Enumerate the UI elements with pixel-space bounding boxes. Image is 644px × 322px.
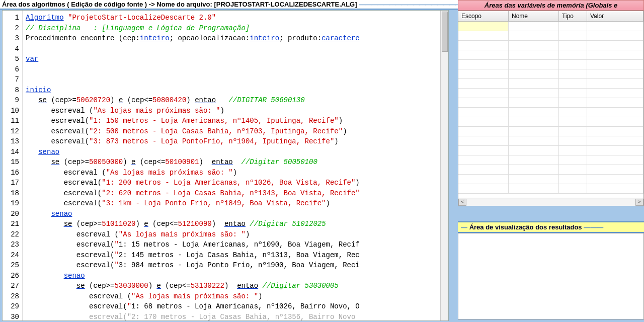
table-row[interactable]: [458, 31, 643, 41]
table-row[interactable]: [458, 165, 643, 175]
col-nome[interactable]: Nome: [509, 11, 559, 21]
table-row[interactable]: [458, 79, 643, 89]
table-row[interactable]: [458, 175, 643, 184]
table-row[interactable]: [458, 155, 643, 165]
table-row[interactable]: [458, 22, 643, 31]
results-panel: — Área de visualização dos resultados ——…: [458, 221, 644, 321]
table-row[interactable]: [458, 146, 643, 155]
table-row[interactable]: [458, 117, 643, 127]
variables-table[interactable]: Escopo Nome Tipo Valor < >: [458, 11, 644, 206]
results-title-text: Área de visualização dos resultados: [469, 223, 582, 231]
table-row[interactable]: [458, 41, 643, 50]
line-number-gutter: 1234567891011121314151617181920212223242…: [3, 11, 23, 320]
variables-header-row: Escopo Nome Tipo Valor: [458, 11, 643, 22]
header-bracket: ]: [355, 1, 357, 8]
vertical-scrollbar[interactable]: [440, 11, 448, 320]
results-title: — Área de visualização dos resultados ——…: [458, 221, 644, 233]
variables-panel: Áreas das variáveis de memória (Globais …: [458, 0, 644, 211]
header-label: Área dos algoritmos ( Edição de código f…: [2, 1, 216, 8]
col-tipo[interactable]: Tipo: [559, 11, 587, 21]
variables-title: Áreas das variáveis de memória (Globais …: [458, 0, 644, 11]
scroll-track[interactable]: [466, 199, 635, 206]
table-row[interactable]: [458, 60, 643, 69]
results-output[interactable]: [458, 233, 644, 319]
scroll-left-arrow[interactable]: <: [458, 199, 466, 206]
table-row[interactable]: [458, 69, 643, 79]
horizontal-scrollbar[interactable]: < >: [458, 198, 643, 206]
header-filename: PROJETOSTART-LOCALIZEDESCARTE.ALG: [216, 1, 355, 8]
table-row[interactable]: [458, 98, 643, 108]
code-editor[interactable]: 1234567891011121314151617181920212223242…: [2, 10, 449, 321]
table-row[interactable]: [458, 89, 643, 98]
variables-body: [458, 22, 643, 194]
code-content[interactable]: Algoritmo "ProjetoStart-LocalizeDescarte…: [23, 11, 448, 320]
table-row[interactable]: [458, 127, 643, 136]
table-row[interactable]: [458, 184, 643, 194]
vertical-scroll-thumb[interactable]: [442, 12, 448, 52]
col-valor[interactable]: Valor: [587, 11, 643, 21]
col-escopo[interactable]: Escopo: [458, 11, 509, 21]
table-row[interactable]: [458, 136, 643, 146]
scroll-right-arrow[interactable]: >: [635, 199, 643, 206]
table-row[interactable]: [458, 50, 643, 60]
table-row[interactable]: [458, 108, 643, 117]
